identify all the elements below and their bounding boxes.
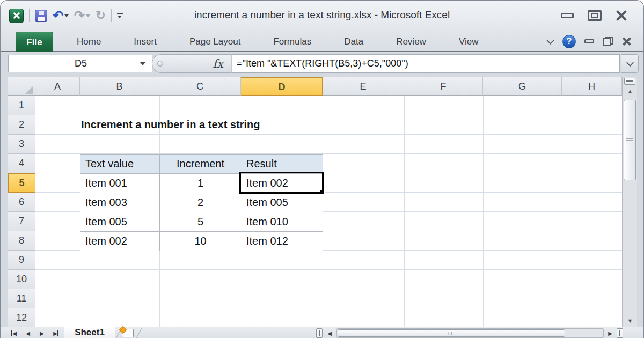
undo-dropdown-icon[interactable] [64, 14, 69, 17]
insert-worksheet-button[interactable] [122, 329, 134, 337]
tab-review[interactable]: Review [387, 32, 435, 52]
name-box-resize-dot[interactable] [157, 61, 163, 67]
cell-d6[interactable]: Item 005 [241, 193, 323, 212]
row-header-1[interactable]: 1 [8, 96, 35, 115]
last-sheet-button[interactable]: ▶ [49, 328, 63, 338]
gridline-vertical [483, 96, 484, 327]
cell-d7[interactable]: Item 010 [241, 212, 323, 232]
redo-button[interactable]: ↷ [74, 9, 90, 22]
column-header-b[interactable]: B [80, 77, 159, 96]
tab-formulas[interactable]: Formulas [264, 32, 320, 52]
sheet-tab-sheet1[interactable]: Sheet1 [64, 327, 115, 338]
minimize-icon[interactable] [561, 13, 574, 18]
name-box-dropdown-icon[interactable] [140, 62, 145, 65]
column-header-h[interactable]: H [562, 77, 622, 96]
workbook-restore-icon[interactable] [603, 37, 613, 46]
formula-input[interactable]: ="Item "&TEXT(RIGHT(B5,3)+C5,"000") [231, 54, 620, 73]
table-header-row: Text value Increment Result [80, 155, 323, 174]
hscroll-left-button[interactable]: ◀ [324, 328, 335, 338]
excel-app-icon[interactable] [9, 9, 24, 23]
arrow-left-icon: ◀ [26, 330, 30, 336]
sheet-tab-bar: ◀ ◀ ▶ ▶ Sheet1 ◀ ▶ [1, 327, 643, 338]
arrow-right-icon: ▶ [40, 330, 44, 336]
vertical-scrollbar-thumb[interactable] [624, 100, 636, 180]
vertical-split-handle[interactable] [624, 78, 635, 85]
horizontal-scrollbar-thumb[interactable] [338, 329, 565, 337]
row-header-7[interactable]: 7 [8, 212, 35, 231]
tab-view[interactable]: View [450, 32, 488, 52]
undo-icon[interactable]: ↶ [53, 9, 63, 22]
ribbon-tab-row: File Home Insert Page Layout Formulas Da… [1, 30, 643, 52]
cell-b5[interactable]: Item 001 [80, 174, 160, 193]
cell-d8[interactable]: Item 012 [241, 232, 323, 251]
column-header-d-selected[interactable]: D [241, 77, 323, 96]
arrow-left-icon: ◀ [12, 330, 17, 336]
cell-c6[interactable]: 2 [160, 193, 241, 212]
row-header-10[interactable]: 10 [8, 270, 35, 289]
column-header-e[interactable]: E [323, 77, 404, 96]
title-bar[interactable]: ↶ ↷ ↻ increment a number in a text strin… [1, 1, 643, 30]
tab-page-layout[interactable]: Page Layout [180, 32, 250, 52]
cell-c5[interactable]: 1 [160, 174, 241, 193]
insert-function-icon[interactable]: fx [213, 57, 223, 70]
column-header-g[interactable]: G [483, 77, 562, 96]
close-icon[interactable] [616, 11, 627, 20]
hscroll-right-button[interactable]: ▶ [605, 328, 616, 338]
gridline-vertical [404, 96, 405, 327]
row-header-11[interactable]: 11 [8, 289, 35, 308]
name-box-value[interactable]: D5 [9, 58, 140, 69]
column-header-a[interactable]: A [35, 77, 80, 96]
select-all-corner[interactable] [8, 77, 35, 96]
cell-b6[interactable]: Item 003 [80, 193, 160, 212]
maximize-icon[interactable] [588, 10, 602, 21]
row-header-4[interactable]: 4 [8, 154, 35, 173]
cell-c7[interactable]: 5 [160, 212, 241, 232]
horizontal-scrollbar[interactable] [336, 328, 604, 338]
nav-bar-glyph [57, 330, 58, 336]
first-sheet-button[interactable]: ◀ [7, 328, 21, 338]
save-icon[interactable] [35, 10, 47, 22]
repeat-icon[interactable]: ↻ [96, 10, 105, 21]
window-title: increment a number in a text string.xlsx… [108, 9, 536, 21]
row-header-3[interactable]: 3 [8, 135, 35, 154]
next-sheet-button[interactable]: ▶ [35, 328, 49, 338]
row-header-8[interactable]: 8 [8, 231, 35, 251]
redo-icon[interactable]: ↷ [74, 9, 85, 22]
vertical-scrollbar[interactable]: ▲ ▼ [622, 77, 637, 327]
toolbar-separator [29, 9, 30, 22]
tab-area-split-handle[interactable] [316, 328, 323, 338]
column-header-f[interactable]: F [404, 77, 483, 96]
tab-insert[interactable]: Insert [125, 32, 166, 52]
sheet-canvas[interactable]: Increment a number in a text string Text… [35, 96, 622, 327]
cell-b8[interactable]: Item 002 [80, 232, 160, 251]
cell-d4-header[interactable]: Result [241, 155, 323, 174]
scroll-down-button[interactable]: ▼ [623, 315, 638, 327]
minimize-ribbon-chevron-icon[interactable] [547, 37, 554, 45]
row-header-5-selected[interactable]: 5 [8, 173, 35, 193]
cell-c4-header[interactable]: Increment [160, 155, 241, 174]
gridline-vertical [562, 96, 562, 327]
column-header-c[interactable]: C [159, 77, 241, 96]
row-header-12[interactable]: 12 [8, 308, 35, 327]
previous-sheet-button[interactable]: ◀ [21, 328, 35, 338]
tab-data[interactable]: Data [335, 32, 372, 52]
cell-b7[interactable]: Item 005 [80, 212, 160, 232]
undo-button[interactable]: ↶ [53, 9, 69, 22]
fill-handle[interactable] [320, 190, 325, 195]
name-box[interactable]: D5 [8, 55, 152, 72]
scroll-up-button[interactable]: ▲ [623, 85, 638, 97]
formula-bar-expand-button[interactable] [621, 54, 639, 73]
workbook-close-icon[interactable] [622, 37, 632, 46]
row-header-9[interactable]: 9 [8, 251, 35, 270]
redo-dropdown-icon[interactable] [86, 14, 90, 17]
arrow-right-icon: ▶ [53, 330, 57, 336]
workbook-minimize-icon[interactable] [584, 39, 594, 43]
hscroll-split-handle[interactable] [617, 328, 623, 338]
cell-c8[interactable]: 10 [160, 232, 241, 251]
row-header-2[interactable]: 2 [8, 115, 35, 135]
file-tab[interactable]: File [16, 32, 53, 52]
cell-b4-header[interactable]: Text value [80, 155, 160, 174]
tab-home[interactable]: Home [68, 32, 110, 52]
row-header-6[interactable]: 6 [8, 193, 35, 212]
help-icon[interactable]: ? [562, 35, 576, 48]
